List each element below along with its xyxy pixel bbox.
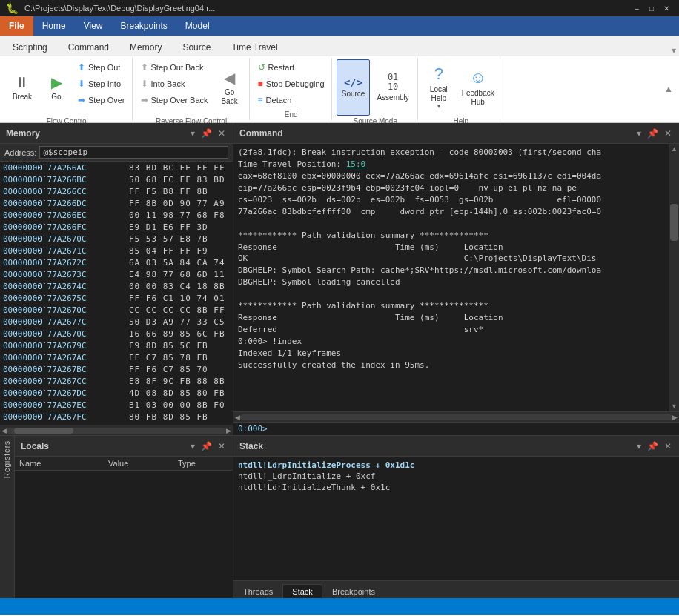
panels-top: Memory ▾ 📌 ✕ Address: 00000000`77A266AC8…: [0, 123, 679, 435]
vscroll-track[interactable]: [669, 154, 679, 401]
restart-button[interactable]: ↺ Restart: [254, 59, 328, 76]
hscroll-right-btn[interactable]: ▶: [672, 414, 678, 421]
command-hscroll-track[interactable]: [240, 414, 672, 420]
memory-panel-close[interactable]: ✕: [216, 128, 227, 139]
feedback-hub-button[interactable]: ☺ FeedbackHub: [457, 59, 500, 116]
ribbon-group-reverseflow: ⬆ Step Out Back ⬇ Into Back ➡ Step Over …: [134, 58, 250, 120]
command-hscrollbar[interactable]: ◀ ▶: [233, 411, 679, 422]
local-help-button[interactable]: ? LocalHelp ▾: [423, 59, 455, 116]
menu-model[interactable]: Model: [176, 16, 219, 36]
command-vscrollbar[interactable]: ▲ ▼: [669, 144, 679, 411]
stack-item: ntdll!_LdrpInitialize + 0xcf: [238, 471, 675, 482]
locals-panel-pin[interactable]: 📌: [199, 441, 213, 451]
ribbon-scroll-button[interactable]: ▾: [669, 45, 679, 56]
tab-stack[interactable]: Stack: [282, 584, 322, 598]
memory-address-input[interactable]: [39, 146, 228, 159]
step-buttons: ⬆ Step Out ⬇ Step Into ➡ Step Over: [74, 59, 129, 108]
step-out-back-button[interactable]: ⬆ Step Out Back: [137, 59, 212, 76]
command-panel-close[interactable]: ✕: [663, 128, 673, 139]
tab-breakpoints[interactable]: Breakpoints: [322, 584, 385, 598]
menu-file[interactable]: File: [0, 16, 33, 36]
locals-panel-close[interactable]: ✕: [216, 441, 227, 451]
tab-command[interactable]: Command: [59, 39, 119, 56]
menu-home[interactable]: Home: [33, 16, 75, 36]
feedback-hub-icon: ☺: [470, 68, 486, 87]
step-over-back-label: Step Over Back: [151, 96, 208, 105]
command-input-bar: 0:000>: [233, 422, 679, 435]
step-into-button[interactable]: ⬇ Step Into: [74, 76, 129, 92]
menu-view[interactable]: View: [75, 16, 112, 36]
memory-scrollbar-h[interactable]: ◀ ▶: [0, 425, 233, 435]
assembly-button[interactable]: 0110 Assembly: [371, 59, 414, 116]
command-panel-controls: ▾ 📌 ✕: [635, 128, 673, 139]
menu-breakpoints[interactable]: Breakpoints: [111, 16, 176, 36]
maximize-button[interactable]: □: [645, 2, 658, 14]
title-bar-controls: – □ ✕: [630, 2, 673, 14]
memory-row: 00000000`77A2672C6A 03 5A 84 CA 74: [0, 256, 233, 268]
memory-address: 00000000`77A2670C: [3, 329, 129, 339]
memory-address: 00000000`77A266FC: [3, 222, 129, 232]
memory-bytes: CC CC CC CC 8B FF: [129, 305, 230, 315]
go-back-label: GoBack: [221, 88, 237, 106]
command-input[interactable]: [271, 424, 675, 434]
memory-hscroll-track[interactable]: [7, 428, 226, 434]
command-content: (2fa8.1fdc): Break instruction exception…: [233, 144, 669, 411]
tab-memory[interactable]: Memory: [120, 39, 171, 56]
go-back-button[interactable]: ◀ GoBack: [213, 59, 246, 116]
break-button[interactable]: ⏸ Break: [6, 59, 39, 116]
memory-bytes: 85 04 FF FF F9: [129, 246, 230, 256]
vscroll-up[interactable]: ▲: [669, 144, 679, 154]
stop-debugging-button[interactable]: ■ Stop Debugging: [254, 76, 328, 92]
ribbon-group-reverseflow-content: ⬆ Step Out Back ⬇ Into Back ➡ Step Over …: [137, 59, 246, 116]
step-out-button[interactable]: ⬆ Step Out: [74, 59, 129, 76]
hscroll-left-btn[interactable]: ◀: [235, 414, 240, 421]
command-panel-title: Command: [239, 128, 283, 139]
memory-row: 00000000`77A266EC00 11 98 77 68 F8: [0, 209, 233, 221]
memory-row: 00000000`77A266BC50 68 FC FF 83 BD: [0, 173, 233, 185]
tab-threads[interactable]: Threads: [233, 584, 282, 598]
tab-timetravel[interactable]: Time Travel: [222, 39, 287, 56]
memory-address: 00000000`77A2674C: [3, 282, 129, 291]
minimize-button[interactable]: –: [630, 2, 643, 14]
ribbon-collapse-button[interactable]: ▲: [661, 84, 676, 94]
stack-panel-close[interactable]: ✕: [663, 441, 673, 451]
ribbon-tabs: Scripting Command Memory Source Time Tra…: [0, 36, 679, 56]
go-button[interactable]: ▶ Go: [40, 59, 73, 116]
time-travel-link[interactable]: 15:0: [346, 159, 366, 169]
memory-bytes: 00 11 98 77 68 F8: [129, 211, 230, 220]
tab-scripting[interactable]: Scripting: [3, 39, 57, 56]
memory-hscroll-thumb[interactable]: [14, 428, 73, 434]
locals-panel-title: Locals: [21, 441, 49, 451]
close-button[interactable]: ✕: [660, 2, 673, 14]
memory-bytes: 00 00 83 C4 18 8B: [129, 282, 230, 291]
locals-col-type: Type: [173, 457, 233, 470]
step-over-back-button[interactable]: ➡ Step Over Back: [137, 92, 212, 108]
into-back-button[interactable]: ⬇ Into Back: [137, 76, 212, 92]
step-over-button[interactable]: ➡ Step Over: [74, 92, 129, 108]
memory-row: 00000000`77A267FC80 FB 8D 85 FB: [0, 411, 233, 423]
stack-panel-dropdown[interactable]: ▾: [635, 441, 643, 451]
memory-row: 00000000`77A267ECB1 03 00 00 8B F0: [0, 399, 233, 411]
local-help-icon: ?: [434, 64, 443, 84]
memory-row: 00000000`77A2670C16 66 89 85 6C FB: [0, 328, 233, 340]
feedback-hub-label: FeedbackHub: [462, 89, 494, 107]
memory-panel-dropdown[interactable]: ▾: [189, 128, 196, 139]
stack-panel-pin[interactable]: 📌: [646, 441, 660, 451]
memory-panel-pin[interactable]: 📌: [199, 128, 213, 139]
memory-row: 00000000`77A267CCE8 8F 9C FB 88 8B: [0, 375, 233, 387]
command-panel-pin[interactable]: 📌: [646, 128, 660, 139]
source-button[interactable]: </> Source: [337, 59, 371, 116]
command-panel-dropdown[interactable]: ▾: [635, 128, 643, 139]
memory-address: 00000000`77A2671C: [3, 246, 129, 256]
vscroll-thumb[interactable]: [670, 204, 678, 241]
memory-row: 00000000`77A267ACFF C7 85 78 FB: [0, 351, 233, 363]
title-bar-left: 🐛 C:\Projects\DisplayText\Debug\DisplayG…: [6, 2, 215, 14]
vscroll-down[interactable]: ▼: [669, 401, 679, 411]
ribbon-group-end-content: ↺ Restart ■ Stop Debugging ≡ Detach: [254, 59, 328, 109]
memory-bytes: 16 66 89 85 6C FB: [129, 329, 230, 339]
step-into-icon: ⬇: [78, 79, 85, 89]
detach-button[interactable]: ≡ Detach: [254, 92, 328, 108]
step-into-label: Step Into: [88, 79, 121, 88]
tab-source[interactable]: Source: [173, 39, 220, 56]
locals-panel-dropdown[interactable]: ▾: [189, 441, 196, 451]
